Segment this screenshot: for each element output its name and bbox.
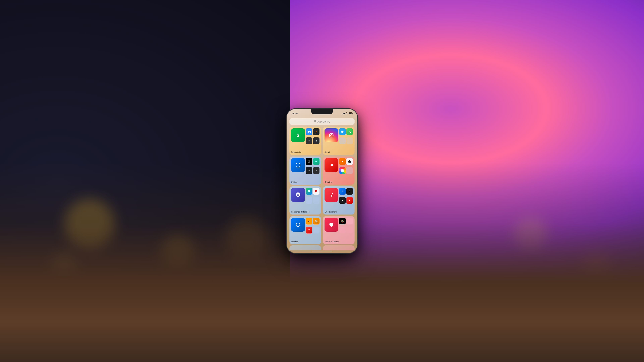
category-label-productivity: Productivity xyxy=(291,151,320,153)
svg-marker-11 xyxy=(297,166,298,166)
svg-point-24 xyxy=(298,194,299,195)
svg-line-1 xyxy=(316,122,316,122)
app-icon-music[interactable]: ♪ xyxy=(324,188,338,202)
app-icon-social-extra2[interactable] xyxy=(346,137,353,144)
app-icon-amazon[interactable]: a xyxy=(306,218,312,224)
svg-rect-2 xyxy=(308,131,309,133)
category-creativity[interactable]: Creativity xyxy=(323,157,354,185)
app-icon-ref-extra2[interactable] xyxy=(313,197,320,204)
app-icon-maps[interactable] xyxy=(306,188,312,195)
battery-icon xyxy=(349,112,352,114)
app-icon-health-extra2[interactable] xyxy=(339,227,346,233)
app-icon-safari[interactable] xyxy=(291,158,305,172)
svg-point-22 xyxy=(296,192,300,197)
app-icon-appstore[interactable]: A xyxy=(339,188,346,195)
category-label-creativity: Creativity xyxy=(324,181,353,183)
app-icon-health[interactable] xyxy=(324,218,338,232)
category-productivity[interactable]: $ ⚡ ⊞ ▦ Productivity xyxy=(290,127,321,155)
app-icon-zoom[interactable] xyxy=(306,128,312,135)
app-icon-tally[interactable]: T xyxy=(306,227,312,233)
app-icon-util-extra[interactable]: ≡ xyxy=(313,167,320,174)
phone-device: 12:44 xyxy=(287,109,357,253)
partial-bottom-row xyxy=(290,245,354,250)
svg-rect-14 xyxy=(308,162,310,163)
app-icon-cash[interactable]: $ xyxy=(291,128,305,142)
svg-marker-18 xyxy=(342,161,343,163)
svg-point-5 xyxy=(330,134,332,136)
app-icon-reeder[interactable]: ★ xyxy=(346,197,353,204)
app-icon-grammarly[interactable]: G xyxy=(313,158,320,165)
category-utilities[interactable]: G ⊞ ≡ Utilities xyxy=(290,157,321,185)
phone-wrapper: 12:44 xyxy=(287,109,357,253)
svg-text:N: N xyxy=(316,191,316,192)
app-icon-activity[interactable] xyxy=(339,218,346,224)
search-bar[interactable]: App Library xyxy=(290,118,354,125)
app-icon-lifestyle-extra[interactable] xyxy=(313,227,320,233)
app-icon-phone[interactable] xyxy=(346,128,353,135)
app-icon-vlc[interactable] xyxy=(339,158,346,165)
app-icon-camera[interactable] xyxy=(346,158,353,165)
svg-line-34 xyxy=(316,221,317,222)
app-icon-news[interactable]: N xyxy=(313,188,320,195)
svg-point-6 xyxy=(332,134,333,134)
category-lifestyle[interactable]: a T Lifestyle xyxy=(290,216,321,244)
app-icon-grid2[interactable]: ▦ xyxy=(313,137,320,144)
app-icon-creativity-extra[interactable] xyxy=(346,167,353,174)
home-indicator[interactable] xyxy=(312,251,332,251)
signal-icon xyxy=(342,112,345,114)
category-reference[interactable]: N Reference & Reading xyxy=(290,186,321,215)
category-label-reference: Reference & Reading xyxy=(291,211,320,213)
app-library: App Library $ xyxy=(287,117,357,253)
app-icon-photos[interactable] xyxy=(339,167,346,174)
app-icon-twitter[interactable] xyxy=(339,128,346,135)
app-icon-social-extra1[interactable] xyxy=(339,137,346,144)
search-placeholder: App Library xyxy=(317,120,330,123)
partial-category-1 xyxy=(290,245,321,250)
app-icon-grid1[interactable]: ⊞ xyxy=(306,137,312,144)
category-social[interactable]: Social xyxy=(323,127,354,155)
svg-text:♪: ♪ xyxy=(330,193,332,197)
svg-point-37 xyxy=(342,221,343,222)
app-icon-cyber[interactable] xyxy=(291,218,305,232)
svg-rect-13 xyxy=(308,160,310,161)
svg-rect-21 xyxy=(349,160,350,161)
svg-point-31 xyxy=(298,224,298,225)
category-health[interactable]: Health & Fitness xyxy=(323,216,354,244)
svg-marker-3 xyxy=(310,131,310,133)
app-icon-ref-extra1[interactable] xyxy=(306,197,312,204)
category-label-utilities: Utilities xyxy=(291,181,320,183)
app-icon-alien[interactable] xyxy=(291,188,305,202)
category-label-health: Health & Fitness xyxy=(324,241,353,243)
notch xyxy=(311,109,333,114)
app-icon-clock[interactable] xyxy=(313,218,320,224)
wifi-icon xyxy=(346,112,348,115)
app-icon-health-extra1[interactable] xyxy=(346,218,353,224)
phone-screen: 12:44 xyxy=(287,109,357,253)
category-entertainment[interactable]: ♪ A A ★ Ente xyxy=(323,186,354,215)
svg-marker-29 xyxy=(342,199,343,201)
category-label-entertainment: Entertainment xyxy=(324,211,353,213)
app-icon-font[interactable]: A xyxy=(346,188,353,195)
category-label-lifestyle: Lifestyle xyxy=(291,241,320,243)
search-icon xyxy=(314,120,316,123)
app-icon-instagram[interactable] xyxy=(324,128,338,142)
app-icon-gear[interactable] xyxy=(324,158,338,172)
app-icon-calc-util[interactable]: ⊞ xyxy=(306,167,312,174)
app-icon-watch-app[interactable] xyxy=(306,158,312,165)
app-icon-health-extra3[interactable] xyxy=(346,227,353,233)
svg-point-23 xyxy=(297,194,298,195)
categories-grid: $ ⚡ ⊞ ▦ Productivity xyxy=(290,127,354,244)
partial-category-2 xyxy=(323,245,354,250)
app-icon-appletv[interactable] xyxy=(339,197,346,204)
category-label-social: Social xyxy=(324,151,353,153)
status-time: 12:44 xyxy=(292,112,298,115)
status-icons xyxy=(342,112,353,115)
app-icon-shortcuts[interactable]: ⚡ xyxy=(313,128,320,135)
